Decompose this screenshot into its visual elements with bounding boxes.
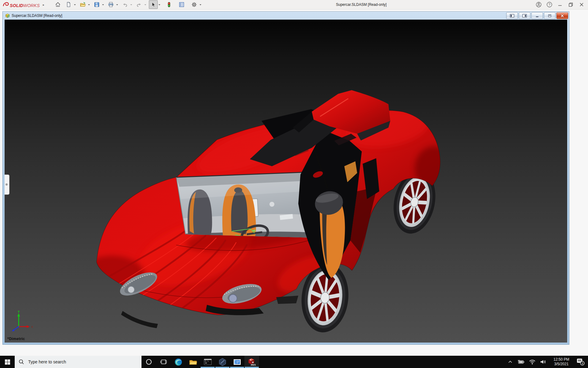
select-tool-dropdown[interactable]	[158, 1, 161, 9]
document-window-controls	[506, 12, 568, 19]
app-window-title: Supercar.SLDASM [Read-only]	[336, 0, 386, 9]
dassault-swoosh-icon	[2, 2, 10, 7]
new-document-button[interactable]	[64, 0, 73, 9]
undo-dropdown[interactable]	[130, 1, 133, 9]
document-restore-button[interactable]	[544, 12, 556, 19]
open-folder-icon	[80, 2, 86, 8]
view-orientation-label: *Dimetric	[7, 337, 25, 341]
save-dropdown[interactable]	[101, 1, 105, 9]
save-button[interactable]	[92, 0, 101, 9]
taskbar-app-solidworks[interactable]: S W 2021	[244, 356, 259, 368]
clock-time: 12:50 PM	[549, 357, 573, 362]
open-button[interactable]	[78, 0, 87, 9]
redo-dropdown[interactable]	[144, 1, 147, 9]
new-document-icon	[66, 2, 72, 8]
taskbar-app-window[interactable]	[230, 356, 244, 368]
document-titlebar[interactable]: Supercar.SLDASM [Read-only]	[3, 12, 569, 20]
toolbar-flyout-arrow[interactable]: ▸	[43, 3, 44, 6]
tray-wifi-button[interactable]	[527, 356, 538, 368]
gear-icon	[191, 2, 197, 8]
taskbar-app-terminal[interactable]: C:\	[200, 356, 215, 368]
start-button[interactable]	[0, 356, 15, 368]
app-client-area: Supercar.SLDASM [Read-only]	[0, 10, 588, 356]
orientation-triad: Y x	[9, 311, 35, 335]
search-input[interactable]	[28, 359, 130, 365]
svg-text:?: ?	[548, 3, 550, 6]
solidworks-year-badge: 2021	[251, 363, 256, 366]
redo-button[interactable]	[135, 0, 144, 9]
system-tray: 12:50 PM 3/5/2021 3	[505, 356, 588, 368]
redo-icon	[136, 2, 142, 8]
options-dropdown[interactable]	[199, 1, 202, 9]
battery-charging-icon	[518, 359, 525, 365]
open-app-indicator	[245, 367, 259, 368]
print-dropdown[interactable]	[115, 1, 119, 9]
splitter-dot	[6, 183, 8, 186]
tray-chevron-button[interactable]	[505, 356, 516, 368]
taskbar-app-viewer[interactable]	[215, 356, 230, 368]
doc-close-icon	[560, 14, 565, 18]
rebuild-button[interactable]	[165, 0, 174, 9]
svg-text:S: S	[250, 359, 251, 361]
pane-right-icon	[522, 14, 527, 18]
main-toolbar	[54, 0, 204, 9]
assembly-document-icon	[5, 13, 10, 18]
action-center-button[interactable]: 3	[574, 356, 588, 368]
task-view-button[interactable]	[156, 356, 171, 368]
tray-battery-button[interactable]	[516, 356, 527, 368]
select-tool-button[interactable]	[149, 0, 158, 9]
undo-button[interactable]	[121, 0, 130, 9]
hexagon-app-icon	[218, 358, 227, 366]
featuremanager-collapsed-tab[interactable]	[5, 174, 9, 195]
restore-icon	[568, 2, 573, 7]
options-button[interactable]	[190, 0, 199, 9]
brand-solid: SOLID	[10, 3, 23, 8]
doc-restore-icon	[547, 14, 552, 18]
open-app-indicator	[230, 367, 244, 368]
solidworks-logo: SOLIDWORKS	[0, 2, 40, 8]
close-button[interactable]	[576, 0, 587, 9]
document-close-button[interactable]	[556, 12, 568, 19]
show-pane-left-button[interactable]	[506, 12, 518, 19]
windows-taskbar: C:\	[0, 356, 588, 368]
document-minimize-button[interactable]	[531, 12, 543, 19]
close-icon	[579, 2, 584, 7]
show-pane-right-button[interactable]	[519, 12, 530, 19]
taskbar-app-edge[interactable]	[171, 356, 186, 368]
windows-logo-icon	[5, 359, 10, 365]
home-button[interactable]	[54, 0, 62, 9]
cursor-arrow-icon	[150, 2, 156, 8]
notification-icon: 3	[576, 358, 586, 366]
file-properties-button[interactable]	[177, 0, 186, 9]
edge-icon	[174, 358, 183, 366]
new-document-dropdown[interactable]	[73, 1, 77, 9]
traffic-light-icon	[166, 2, 172, 8]
tray-volume-button[interactable]	[538, 356, 549, 368]
graphics-viewport[interactable]: Y x *Dimetric	[5, 20, 567, 343]
solidworks-app: SOLIDWORKS ▸	[0, 0, 588, 368]
wifi-icon	[529, 359, 536, 365]
taskbar-search[interactable]	[15, 356, 141, 368]
pane-left-icon	[510, 14, 514, 18]
minimize-button[interactable]	[555, 0, 565, 9]
account-button[interactable]	[533, 0, 544, 9]
task-view-icon	[160, 358, 167, 366]
clock-date: 3/5/2021	[549, 362, 573, 366]
restore-button[interactable]	[565, 0, 576, 9]
document-title: Supercar.SLDASM [Read-only]	[12, 13, 62, 18]
terminal-icon: C:\	[204, 358, 212, 366]
open-dropdown[interactable]	[87, 1, 91, 9]
help-button[interactable]: ?	[544, 0, 555, 9]
cortana-icon	[145, 358, 152, 365]
print-icon	[108, 2, 114, 8]
app-window-controls: ?	[533, 0, 587, 9]
home-icon	[55, 2, 61, 8]
search-icon	[18, 359, 24, 365]
tray-clock[interactable]: 12:50 PM 3/5/2021	[549, 357, 574, 366]
cortana-button[interactable]	[141, 356, 156, 368]
open-app-indicator	[215, 367, 229, 368]
triad-y-label: Y	[17, 311, 20, 313]
window-app-icon	[233, 358, 241, 366]
print-button[interactable]	[107, 0, 115, 9]
taskbar-app-file-explorer[interactable]	[186, 356, 200, 368]
